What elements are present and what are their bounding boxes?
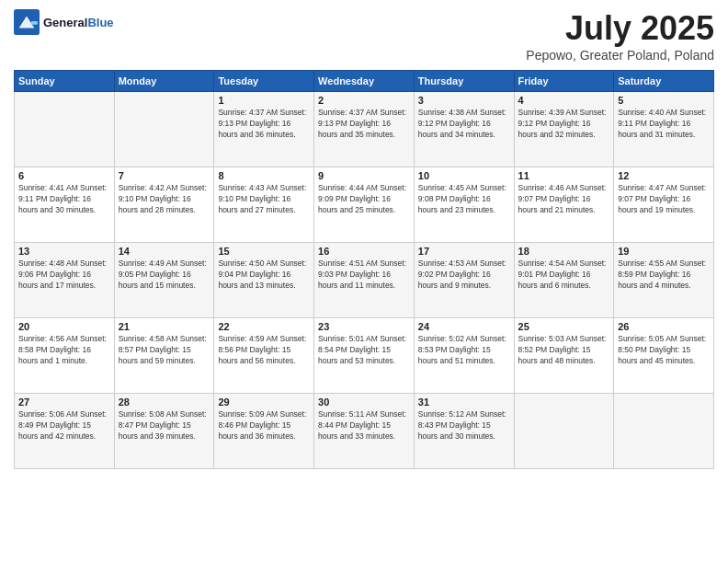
calendar-cell: 26Sunrise: 5:05 AM Sunset: 8:50 PM Dayli… <box>614 318 714 394</box>
calendar-cell: 13Sunrise: 4:48 AM Sunset: 9:06 PM Dayli… <box>15 243 115 318</box>
logo-blue: Blue <box>87 16 113 29</box>
col-sunday: Sunday <box>15 71 115 92</box>
calendar-cell <box>614 394 714 469</box>
day-number: 22 <box>218 321 310 332</box>
day-info: Sunrise: 4:43 AM Sunset: 9:10 PM Dayligh… <box>218 183 310 216</box>
day-number: 25 <box>518 321 610 332</box>
day-info: Sunrise: 4:50 AM Sunset: 9:04 PM Dayligh… <box>218 259 310 292</box>
day-number: 20 <box>18 321 110 332</box>
calendar-cell: 15Sunrise: 4:50 AM Sunset: 9:04 PM Dayli… <box>214 243 314 318</box>
day-info: Sunrise: 4:44 AM Sunset: 9:09 PM Dayligh… <box>318 183 410 216</box>
day-info: Sunrise: 4:53 AM Sunset: 9:02 PM Dayligh… <box>418 259 510 292</box>
day-number: 30 <box>318 396 410 408</box>
day-number: 10 <box>418 170 510 181</box>
day-info: Sunrise: 5:08 AM Sunset: 8:47 PM Dayligh… <box>119 409 210 442</box>
day-number: 29 <box>218 396 310 408</box>
day-info: Sunrise: 4:51 AM Sunset: 9:03 PM Dayligh… <box>318 259 410 292</box>
day-info: Sunrise: 4:47 AM Sunset: 9:07 PM Dayligh… <box>618 183 710 216</box>
calendar-week-5: 27Sunrise: 5:06 AM Sunset: 8:49 PM Dayli… <box>15 394 714 469</box>
day-info: Sunrise: 4:40 AM Sunset: 9:11 PM Dayligh… <box>618 108 710 141</box>
day-info: Sunrise: 4:39 AM Sunset: 9:12 PM Dayligh… <box>518 108 610 141</box>
col-saturday: Saturday <box>614 71 714 92</box>
day-number: 19 <box>618 246 710 257</box>
day-info: Sunrise: 5:12 AM Sunset: 8:43 PM Dayligh… <box>418 409 510 442</box>
day-info: Sunrise: 5:06 AM Sunset: 8:49 PM Dayligh… <box>18 409 110 442</box>
calendar-cell: 28Sunrise: 5:08 AM Sunset: 8:47 PM Dayli… <box>114 394 214 469</box>
day-number: 23 <box>318 321 410 332</box>
day-info: Sunrise: 4:59 AM Sunset: 8:56 PM Dayligh… <box>218 334 310 367</box>
day-number: 16 <box>318 246 410 257</box>
calendar-cell <box>15 92 115 167</box>
day-info: Sunrise: 4:45 AM Sunset: 9:08 PM Dayligh… <box>418 183 510 216</box>
col-wednesday: Wednesday <box>314 71 415 92</box>
calendar-header: Sunday Monday Tuesday Wednesday Thursday… <box>15 71 714 92</box>
day-number: 26 <box>618 321 710 332</box>
calendar-cell: 16Sunrise: 4:51 AM Sunset: 9:03 PM Dayli… <box>314 243 415 318</box>
calendar-cell: 1Sunrise: 4:37 AM Sunset: 9:13 PM Daylig… <box>214 92 314 167</box>
day-info: Sunrise: 4:56 AM Sunset: 8:58 PM Dayligh… <box>18 334 110 367</box>
day-number: 7 <box>119 170 210 181</box>
calendar-week-3: 13Sunrise: 4:48 AM Sunset: 9:06 PM Dayli… <box>15 243 714 318</box>
calendar-cell: 10Sunrise: 4:45 AM Sunset: 9:08 PM Dayli… <box>414 167 514 243</box>
calendar-cell: 24Sunrise: 5:02 AM Sunset: 8:53 PM Dayli… <box>414 318 514 394</box>
day-info: Sunrise: 4:46 AM Sunset: 9:07 PM Dayligh… <box>518 183 610 216</box>
calendar-cell: 9Sunrise: 4:44 AM Sunset: 9:09 PM Daylig… <box>314 167 415 243</box>
day-info: Sunrise: 4:37 AM Sunset: 9:13 PM Dayligh… <box>318 108 410 141</box>
calendar-cell: 3Sunrise: 4:38 AM Sunset: 9:12 PM Daylig… <box>414 92 514 167</box>
day-number: 11 <box>518 170 610 181</box>
day-info: Sunrise: 5:09 AM Sunset: 8:46 PM Dayligh… <box>218 409 310 442</box>
day-info: Sunrise: 4:54 AM Sunset: 9:01 PM Dayligh… <box>518 259 610 292</box>
day-info: Sunrise: 5:01 AM Sunset: 8:54 PM Dayligh… <box>318 334 410 367</box>
day-info: Sunrise: 4:37 AM Sunset: 9:13 PM Dayligh… <box>218 108 310 141</box>
col-thursday: Thursday <box>414 71 514 92</box>
calendar-cell: 19Sunrise: 4:55 AM Sunset: 8:59 PM Dayli… <box>614 243 714 318</box>
calendar-cell: 2Sunrise: 4:37 AM Sunset: 9:13 PM Daylig… <box>314 92 415 167</box>
logo-general: General <box>43 16 87 29</box>
calendar-cell: 30Sunrise: 5:11 AM Sunset: 8:44 PM Dayli… <box>314 394 415 469</box>
calendar-week-2: 6Sunrise: 4:41 AM Sunset: 9:11 PM Daylig… <box>15 167 714 243</box>
col-friday: Friday <box>514 71 614 92</box>
day-number: 18 <box>518 246 610 257</box>
calendar-cell: 20Sunrise: 4:56 AM Sunset: 8:58 PM Dayli… <box>15 318 115 394</box>
logo-icon <box>14 9 40 35</box>
day-info: Sunrise: 4:38 AM Sunset: 9:12 PM Dayligh… <box>418 108 510 141</box>
day-number: 21 <box>119 321 210 332</box>
calendar-cell: 22Sunrise: 4:59 AM Sunset: 8:56 PM Dayli… <box>214 318 314 394</box>
calendar-cell: 17Sunrise: 4:53 AM Sunset: 9:02 PM Dayli… <box>414 243 514 318</box>
calendar-cell: 12Sunrise: 4:47 AM Sunset: 9:07 PM Dayli… <box>614 167 714 243</box>
col-tuesday: Tuesday <box>214 71 314 92</box>
main-title: July 2025 <box>526 9 714 48</box>
header: GeneralBlue July 2025 Pepowo, Greater Po… <box>14 9 714 63</box>
calendar-cell: 29Sunrise: 5:09 AM Sunset: 8:46 PM Dayli… <box>214 394 314 469</box>
calendar-cell <box>514 394 614 469</box>
day-number: 15 <box>218 246 310 257</box>
calendar-cell: 21Sunrise: 4:58 AM Sunset: 8:57 PM Dayli… <box>114 318 214 394</box>
calendar-table: Sunday Monday Tuesday Wednesday Thursday… <box>14 70 714 469</box>
day-number: 12 <box>618 170 710 181</box>
day-info: Sunrise: 4:41 AM Sunset: 9:11 PM Dayligh… <box>18 183 110 216</box>
calendar-cell: 6Sunrise: 4:41 AM Sunset: 9:11 PM Daylig… <box>15 167 115 243</box>
day-info: Sunrise: 4:49 AM Sunset: 9:05 PM Dayligh… <box>119 259 210 292</box>
day-number: 14 <box>119 246 210 257</box>
logo: GeneralBlue <box>14 9 114 35</box>
day-number: 31 <box>418 396 510 408</box>
calendar-week-4: 20Sunrise: 4:56 AM Sunset: 8:58 PM Dayli… <box>15 318 714 394</box>
calendar-week-1: 1Sunrise: 4:37 AM Sunset: 9:13 PM Daylig… <box>15 92 714 167</box>
day-number: 28 <box>119 396 210 408</box>
calendar-cell: 27Sunrise: 5:06 AM Sunset: 8:49 PM Dayli… <box>15 394 115 469</box>
day-info: Sunrise: 5:02 AM Sunset: 8:53 PM Dayligh… <box>418 334 510 367</box>
calendar-cell <box>114 92 214 167</box>
calendar-cell: 8Sunrise: 4:43 AM Sunset: 9:10 PM Daylig… <box>214 167 314 243</box>
calendar-cell: 5Sunrise: 4:40 AM Sunset: 9:11 PM Daylig… <box>614 92 714 167</box>
day-number: 4 <box>518 95 610 106</box>
title-block: July 2025 Pepowo, Greater Poland, Poland <box>526 9 714 63</box>
day-number: 17 <box>418 246 510 257</box>
day-number: 3 <box>418 95 510 106</box>
calendar-cell: 7Sunrise: 4:42 AM Sunset: 9:10 PM Daylig… <box>114 167 214 243</box>
calendar-cell: 14Sunrise: 4:49 AM Sunset: 9:05 PM Dayli… <box>114 243 214 318</box>
header-row: Sunday Monday Tuesday Wednesday Thursday… <box>15 71 714 92</box>
day-number: 8 <box>218 170 310 181</box>
day-number: 2 <box>318 95 410 106</box>
day-info: Sunrise: 5:05 AM Sunset: 8:50 PM Dayligh… <box>618 334 710 367</box>
col-monday: Monday <box>114 71 214 92</box>
